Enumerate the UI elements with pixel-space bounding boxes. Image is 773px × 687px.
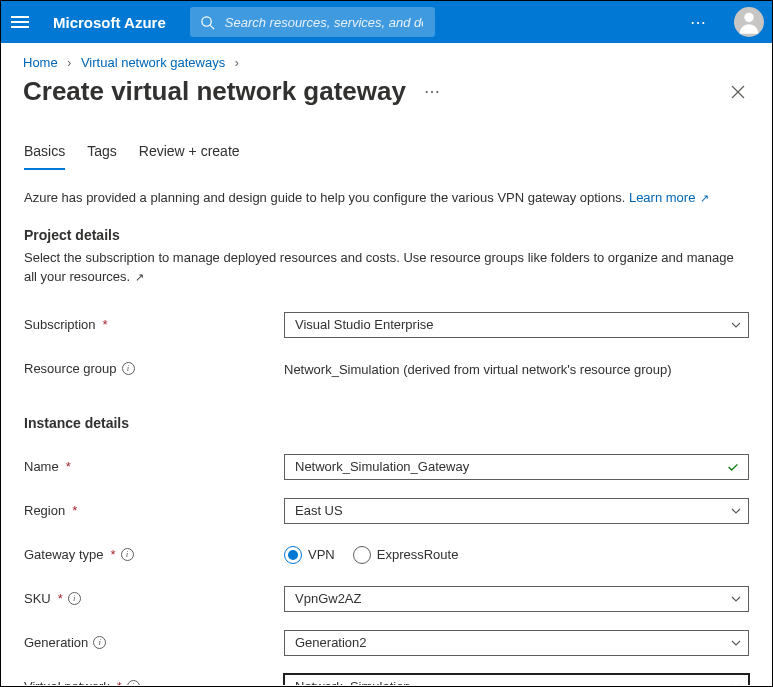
chevron-down-icon <box>730 319 742 331</box>
subscription-label: Subscription* <box>24 317 284 332</box>
title-more-icon[interactable]: ⋯ <box>424 82 442 101</box>
sku-select[interactable]: VpnGw2AZ <box>284 586 749 612</box>
chevron-down-icon <box>730 593 742 605</box>
brand-label: Microsoft Azure <box>53 14 166 31</box>
search-icon <box>200 15 215 30</box>
name-input[interactable]: Network_Simulation_Gateway <box>284 454 749 480</box>
tab-basics[interactable]: Basics <box>24 143 65 170</box>
generation-select[interactable]: Generation2 <box>284 630 749 656</box>
generation-label: Generation <box>24 635 284 650</box>
region-select[interactable]: East US <box>284 498 749 524</box>
top-more-icon[interactable]: ⋯ <box>684 13 714 32</box>
name-label: Name* <box>24 459 284 474</box>
svg-point-2 <box>744 13 753 22</box>
region-label: Region* <box>24 503 284 518</box>
subscription-select[interactable]: Visual Studio Enterprise <box>284 312 749 338</box>
sku-label: SKU* <box>24 591 284 606</box>
project-details-desc: Select the subscription to manage deploy… <box>24 249 749 287</box>
resource-group-label: Resource group <box>24 361 284 376</box>
learn-more-link[interactable]: Learn more ↗ <box>629 190 710 205</box>
project-details-heading: Project details <box>24 227 749 243</box>
gateway-type-label: Gateway type* <box>24 547 284 562</box>
chevron-down-icon <box>730 505 742 517</box>
radio-vpn[interactable]: VPN <box>284 546 335 564</box>
radio-expressroute[interactable]: ExpressRoute <box>353 546 459 564</box>
menu-icon[interactable] <box>9 11 31 33</box>
avatar[interactable] <box>734 7 764 37</box>
breadcrumb-home[interactable]: Home <box>23 55 58 70</box>
breadcrumb: Home › Virtual network gateways › <box>1 43 772 74</box>
check-icon <box>726 460 740 474</box>
info-icon[interactable] <box>127 680 140 685</box>
chevron-right-icon: › <box>67 56 71 70</box>
page-title: Create virtual network gateway <box>23 76 406 107</box>
vnet-select[interactable]: Network_Simulation <box>284 674 749 685</box>
info-icon[interactable] <box>68 592 81 605</box>
svg-line-1 <box>210 25 214 29</box>
info-icon[interactable] <box>122 362 135 375</box>
form-scroll-pane[interactable]: Basics Tags Review + create Azure has pr… <box>2 127 771 685</box>
resource-group-value: Network_Simulation (derived from virtual… <box>284 361 749 377</box>
chevron-right-icon: › <box>235 56 239 70</box>
instance-details-heading: Instance details <box>24 415 749 431</box>
vnet-label: Virtual network* <box>24 679 284 685</box>
tab-tags[interactable]: Tags <box>87 143 117 170</box>
global-search[interactable] <box>190 7 435 37</box>
breadcrumb-parent[interactable]: Virtual network gateways <box>81 55 225 70</box>
info-icon[interactable] <box>93 636 106 649</box>
external-link-icon: ↗ <box>132 271 144 283</box>
info-icon[interactable] <box>121 548 134 561</box>
intro-text: Azure has provided a planning and design… <box>24 190 749 205</box>
tab-bar: Basics Tags Review + create <box>24 143 749 170</box>
chevron-down-icon <box>730 637 742 649</box>
close-icon[interactable] <box>726 80 750 104</box>
title-bar: Create virtual network gateway ⋯ <box>1 74 772 125</box>
svg-point-0 <box>202 16 211 25</box>
top-bar: Microsoft Azure ⋯ <box>1 1 772 43</box>
chevron-down-icon <box>730 681 742 685</box>
search-input[interactable] <box>223 14 425 31</box>
external-link-icon: ↗ <box>697 192 709 204</box>
tab-review[interactable]: Review + create <box>139 143 240 170</box>
